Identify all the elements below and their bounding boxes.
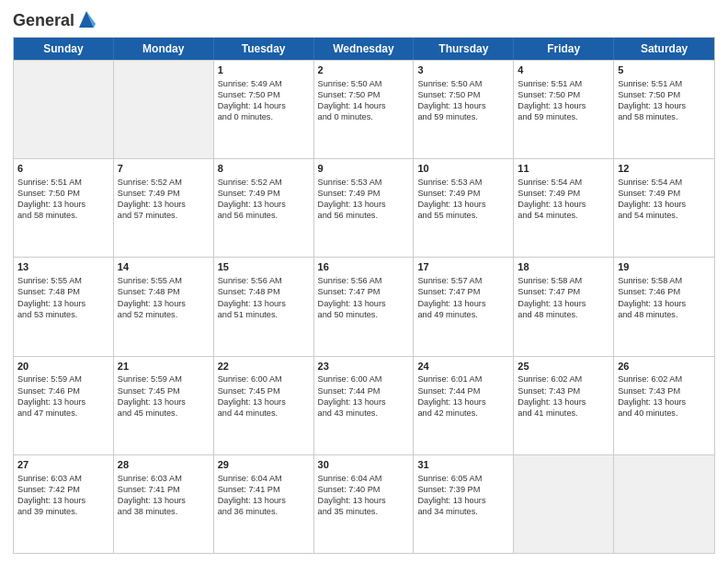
cell-info: Sunrise: 6:02 AM Sunset: 7:43 PM Dayligh… — [518, 373, 609, 419]
day-number: 23 — [318, 360, 410, 373]
day-number: 27 — [17, 458, 109, 472]
cell-info: Sunrise: 6:03 AM Sunset: 7:41 PM Dayligh… — [118, 473, 210, 518]
day-number: 4 — [518, 63, 609, 77]
cell-info: Sunrise: 5:56 AM Sunset: 7:47 PM Dayligh… — [318, 275, 410, 320]
calendar-cell: 18Sunrise: 5:58 AM Sunset: 7:47 PM Dayli… — [514, 258, 614, 355]
cell-info: Sunrise: 5:55 AM Sunset: 7:48 PM Dayligh… — [17, 275, 109, 320]
calendar-cell — [114, 61, 214, 158]
calendar-cell: 8Sunrise: 5:52 AM Sunset: 7:49 PM Daylig… — [214, 159, 314, 257]
cell-info: Sunrise: 5:56 AM Sunset: 7:48 PM Dayligh… — [218, 275, 310, 320]
week-row-2: 6Sunrise: 5:51 AM Sunset: 7:50 PM Daylig… — [14, 158, 714, 257]
calendar-cell: 2Sunrise: 5:50 AM Sunset: 7:50 PM Daylig… — [314, 61, 415, 158]
day-of-week-saturday: Saturday — [614, 38, 714, 60]
calendar-header: SundayMondayTuesdayWednesdayThursdayFrid… — [14, 38, 714, 60]
day-number: 7 — [118, 162, 210, 176]
day-number: 5 — [618, 63, 711, 77]
cell-info: Sunrise: 5:59 AM Sunset: 7:45 PM Dayligh… — [118, 373, 210, 419]
cell-info: Sunrise: 5:51 AM Sunset: 7:50 PM Dayligh… — [618, 78, 711, 123]
calendar-cell: 16Sunrise: 5:56 AM Sunset: 7:47 PM Dayli… — [314, 258, 415, 355]
cell-info: Sunrise: 6:01 AM Sunset: 7:44 PM Dayligh… — [417, 373, 509, 419]
cell-info: Sunrise: 6:00 AM Sunset: 7:44 PM Dayligh… — [318, 373, 410, 419]
calendar-cell: 6Sunrise: 5:51 AM Sunset: 7:50 PM Daylig… — [14, 159, 114, 257]
day-number: 16 — [318, 260, 410, 274]
day-number: 26 — [618, 360, 711, 373]
day-number: 28 — [118, 458, 210, 472]
day-number: 8 — [218, 162, 310, 176]
calendar-cell: 14Sunrise: 5:55 AM Sunset: 7:48 PM Dayli… — [114, 258, 214, 355]
cell-info: Sunrise: 5:52 AM Sunset: 7:49 PM Dayligh… — [118, 177, 210, 222]
day-of-week-thursday: Thursday — [414, 38, 514, 60]
day-number: 3 — [417, 63, 509, 77]
calendar-cell: 17Sunrise: 5:57 AM Sunset: 7:47 PM Dayli… — [414, 258, 514, 355]
day-number: 20 — [17, 360, 109, 373]
day-number: 30 — [318, 458, 410, 472]
calendar-cell — [614, 455, 714, 553]
cell-info: Sunrise: 6:04 AM Sunset: 7:41 PM Dayligh… — [218, 473, 310, 518]
day-number: 10 — [417, 162, 509, 176]
cell-info: Sunrise: 6:04 AM Sunset: 7:40 PM Dayligh… — [318, 473, 410, 518]
day-number: 14 — [118, 260, 210, 274]
cell-info: Sunrise: 5:51 AM Sunset: 7:50 PM Dayligh… — [17, 177, 109, 222]
logo-icon — [77, 9, 96, 31]
calendar-cell: 22Sunrise: 6:00 AM Sunset: 7:45 PM Dayli… — [214, 357, 314, 454]
cell-info: Sunrise: 5:50 AM Sunset: 7:50 PM Dayligh… — [318, 78, 410, 123]
page: General SundayMondayTuesdayWednesdayThur… — [0, 0, 728, 563]
calendar-cell: 5Sunrise: 5:51 AM Sunset: 7:50 PM Daylig… — [614, 61, 714, 158]
calendar-cell: 25Sunrise: 6:02 AM Sunset: 7:43 PM Dayli… — [514, 357, 614, 454]
cell-info: Sunrise: 5:53 AM Sunset: 7:49 PM Dayligh… — [417, 177, 509, 222]
day-number: 19 — [618, 260, 711, 274]
cell-info: Sunrise: 5:54 AM Sunset: 7:49 PM Dayligh… — [618, 177, 711, 222]
cell-info: Sunrise: 5:52 AM Sunset: 7:49 PM Dayligh… — [218, 177, 310, 222]
calendar-cell: 23Sunrise: 6:00 AM Sunset: 7:44 PM Dayli… — [314, 357, 415, 454]
logo: General — [13, 9, 97, 31]
header: General — [13, 9, 715, 31]
day-number: 29 — [218, 458, 310, 472]
day-number: 1 — [218, 63, 310, 77]
day-number: 12 — [618, 162, 711, 176]
day-number: 15 — [218, 260, 310, 274]
calendar-cell: 29Sunrise: 6:04 AM Sunset: 7:41 PM Dayli… — [214, 455, 314, 553]
calendar-cell: 19Sunrise: 5:58 AM Sunset: 7:46 PM Dayli… — [614, 258, 714, 355]
calendar-cell: 27Sunrise: 6:03 AM Sunset: 7:42 PM Dayli… — [14, 455, 114, 553]
cell-info: Sunrise: 5:57 AM Sunset: 7:47 PM Dayligh… — [417, 275, 509, 320]
calendar-cell: 26Sunrise: 6:02 AM Sunset: 7:43 PM Dayli… — [614, 357, 714, 454]
calendar-cell: 24Sunrise: 6:01 AM Sunset: 7:44 PM Dayli… — [414, 357, 514, 454]
day-number: 2 — [318, 63, 410, 77]
week-row-1: 1Sunrise: 5:49 AM Sunset: 7:50 PM Daylig… — [14, 60, 714, 158]
calendar-cell: 30Sunrise: 6:04 AM Sunset: 7:40 PM Dayli… — [314, 455, 415, 553]
calendar-cell: 15Sunrise: 5:56 AM Sunset: 7:48 PM Dayli… — [214, 258, 314, 355]
week-row-5: 27Sunrise: 6:03 AM Sunset: 7:42 PM Dayli… — [14, 454, 714, 553]
cell-info: Sunrise: 6:03 AM Sunset: 7:42 PM Dayligh… — [17, 473, 109, 518]
day-of-week-sunday: Sunday — [14, 38, 114, 60]
cell-info: Sunrise: 6:02 AM Sunset: 7:43 PM Dayligh… — [618, 373, 711, 419]
calendar-cell: 10Sunrise: 5:53 AM Sunset: 7:49 PM Dayli… — [414, 159, 514, 257]
calendar: SundayMondayTuesdayWednesdayThursdayFrid… — [13, 37, 715, 554]
day-of-week-wednesday: Wednesday — [314, 38, 415, 60]
cell-info: Sunrise: 5:49 AM Sunset: 7:50 PM Dayligh… — [218, 78, 310, 123]
cell-info: Sunrise: 5:51 AM Sunset: 7:50 PM Dayligh… — [518, 78, 609, 123]
cell-info: Sunrise: 5:55 AM Sunset: 7:48 PM Dayligh… — [118, 275, 210, 320]
calendar-cell: 21Sunrise: 5:59 AM Sunset: 7:45 PM Dayli… — [114, 357, 214, 454]
calendar-cell — [14, 61, 114, 158]
cell-info: Sunrise: 6:00 AM Sunset: 7:45 PM Dayligh… — [218, 373, 310, 419]
week-row-4: 20Sunrise: 5:59 AM Sunset: 7:46 PM Dayli… — [14, 356, 714, 454]
day-number: 9 — [318, 162, 410, 176]
day-number: 13 — [17, 260, 109, 274]
day-number: 25 — [518, 360, 609, 373]
day-number: 31 — [417, 458, 509, 472]
day-number: 24 — [417, 360, 509, 373]
day-number: 18 — [518, 260, 609, 274]
cell-info: Sunrise: 6:05 AM Sunset: 7:39 PM Dayligh… — [417, 473, 509, 518]
logo-general-text: General — [13, 11, 74, 30]
day-of-week-friday: Friday — [514, 38, 614, 60]
calendar-cell: 28Sunrise: 6:03 AM Sunset: 7:41 PM Dayli… — [114, 455, 214, 553]
cell-info: Sunrise: 5:53 AM Sunset: 7:49 PM Dayligh… — [318, 177, 410, 222]
day-number: 22 — [218, 360, 310, 373]
cell-info: Sunrise: 5:58 AM Sunset: 7:46 PM Dayligh… — [618, 275, 711, 320]
calendar-cell: 3Sunrise: 5:50 AM Sunset: 7:50 PM Daylig… — [414, 61, 514, 158]
calendar-cell: 7Sunrise: 5:52 AM Sunset: 7:49 PM Daylig… — [114, 159, 214, 257]
calendar-cell: 1Sunrise: 5:49 AM Sunset: 7:50 PM Daylig… — [214, 61, 314, 158]
day-of-week-tuesday: Tuesday — [214, 38, 314, 60]
day-number: 21 — [118, 360, 210, 373]
day-number: 6 — [17, 162, 109, 176]
